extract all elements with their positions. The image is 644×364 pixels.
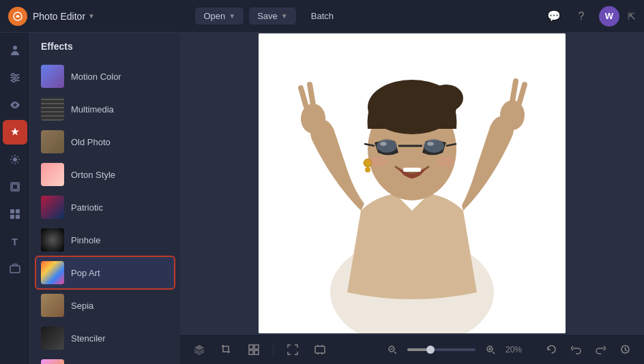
sidebar-text-btn[interactable]: T	[3, 229, 27, 254]
effect-thumb-patriotic	[41, 196, 64, 219]
reset-btn[interactable]	[540, 339, 562, 361]
svg-point-28	[429, 85, 463, 112]
crop-toolbar-btn[interactable]	[216, 339, 237, 361]
effect-thumb-old-photo	[41, 130, 64, 153]
svg-point-7	[12, 79, 15, 82]
redo-btn[interactable]	[589, 339, 611, 361]
effect-item-motion-color[interactable]: Motion Color	[35, 60, 175, 93]
effect-name-motion-color: Motion Color	[71, 72, 121, 82]
effect-item-orton-style[interactable]: Orton Style	[35, 158, 175, 191]
svg-rect-44	[254, 350, 259, 354]
zoom-value: 20%	[506, 345, 529, 354]
sidebar-magic-btn[interactable]	[3, 147, 27, 172]
effect-item-pop-art[interactable]: Pop Art	[35, 256, 175, 289]
svg-rect-12	[10, 209, 14, 213]
svg-point-34	[380, 142, 387, 146]
svg-point-1	[13, 46, 17, 50]
svg-point-38	[365, 167, 370, 172]
svg-point-5	[12, 74, 14, 76]
effect-thumb-multimedia	[41, 97, 64, 121]
effect-item-stenciler[interactable]: Stenciler	[35, 322, 175, 354]
sidebar-adjust-btn[interactable]	[3, 65, 27, 90]
effect-item-old-photo[interactable]: Old Photo	[35, 125, 175, 158]
svg-line-21	[310, 85, 313, 105]
effect-item-pinhole[interactable]: Pinhole	[35, 224, 175, 256]
sidebar-effects-btn[interactable]	[3, 120, 27, 145]
svg-rect-15	[16, 215, 20, 219]
expand-button[interactable]: ⇱	[628, 11, 636, 22]
zoom-slider-fill	[407, 348, 428, 351]
effect-name-sepia: Sepia	[71, 301, 93, 311]
zoom-slider[interactable]	[407, 348, 475, 351]
layers-toolbar-btn[interactable]	[188, 339, 210, 361]
svg-rect-14	[10, 215, 14, 219]
sidebar-shapes-btn[interactable]	[3, 256, 27, 281]
save-button[interactable]: Save ▼	[249, 7, 296, 25]
svg-point-39	[370, 157, 386, 166]
svg-point-35	[427, 142, 434, 146]
svg-rect-43	[249, 350, 253, 354]
photo-canvas	[259, 33, 566, 333]
app-logo	[8, 7, 27, 26]
help-icon-button[interactable]: ?	[572, 7, 591, 26]
svg-rect-41	[249, 345, 253, 349]
svg-rect-11	[12, 184, 18, 189]
sidebar-person-btn[interactable]	[3, 38, 27, 63]
canvas-area: 20%	[180, 33, 644, 364]
main-layout: T Effects Motion Color Multimedia Old Ph…	[0, 33, 644, 364]
effect-item-summer[interactable]: Summer	[35, 354, 175, 364]
effects-panel-title: Effects	[30, 33, 180, 57]
effect-name-old-photo: Old Photo	[71, 137, 111, 147]
effect-thumb-sepia	[41, 294, 64, 317]
undo-btn[interactable]	[565, 339, 587, 361]
svg-rect-45	[315, 346, 325, 353]
fit-btn[interactable]	[309, 339, 331, 361]
zoom-controls: 20%	[381, 339, 529, 361]
svg-point-32	[377, 139, 397, 153]
effect-thumb-motion-color	[41, 65, 64, 88]
effect-item-multimedia[interactable]: Multimedia	[35, 93, 175, 125]
effect-thumb-pop-art	[41, 261, 64, 284]
toolbar-sep-1	[273, 343, 274, 357]
open-chevron: ▼	[229, 12, 235, 20]
effect-name-patriotic: Patriotic	[71, 202, 103, 213]
user-avatar[interactable]: W	[599, 6, 619, 27]
grid-toolbar-btn[interactable]	[243, 339, 265, 361]
open-button[interactable]: Open ▼	[195, 7, 244, 25]
effect-name-pinhole: Pinhole	[71, 235, 100, 245]
svg-point-40	[438, 157, 454, 166]
svg-line-24	[512, 81, 516, 102]
svg-point-33	[424, 139, 444, 153]
effect-item-sepia[interactable]: Sepia	[35, 289, 175, 322]
history-controls	[540, 339, 636, 361]
history-btn[interactable]	[614, 339, 636, 361]
effect-name-multimedia: Multimedia	[71, 104, 114, 115]
bottom-toolbar: 20%	[180, 334, 644, 364]
header-right: 💬 ? W ⇱	[544, 6, 636, 27]
zoom-in-btn[interactable]	[480, 339, 501, 361]
sidebar-group-btn[interactable]	[3, 202, 27, 226]
svg-rect-16	[10, 266, 20, 273]
canvas-content	[180, 33, 644, 334]
zoom-out-btn[interactable]	[381, 339, 403, 361]
svg-rect-42	[254, 345, 259, 349]
sidebar-layers-btn[interactable]	[3, 175, 27, 199]
chat-icon-button[interactable]: 💬	[544, 7, 564, 26]
fullscreen-btn[interactable]	[282, 339, 304, 361]
sidebar-eye-btn[interactable]	[3, 93, 27, 117]
effect-item-patriotic[interactable]: Patriotic	[35, 191, 175, 224]
zoom-slider-container	[407, 348, 475, 351]
save-chevron: ▼	[281, 12, 288, 20]
header-center-actions: Open ▼ Save ▼ Batch	[195, 7, 343, 25]
zoom-slider-thumb	[426, 346, 435, 354]
effect-thumb-pinhole	[41, 228, 64, 252]
effects-list: Motion Color Multimedia Old Photo Orton …	[30, 57, 180, 364]
batch-button[interactable]: Batch	[302, 7, 343, 25]
svg-point-8	[13, 104, 16, 107]
app-name-button[interactable]: Photo Editor ▼	[33, 11, 95, 22]
svg-rect-13	[16, 209, 20, 213]
effect-thumb-orton-style	[41, 163, 64, 186]
effect-name-orton-style: Orton Style	[71, 170, 115, 180]
effects-panel: Effects Motion Color Multimedia Old Phot…	[30, 33, 180, 364]
effect-thumb-summer	[41, 359, 64, 364]
